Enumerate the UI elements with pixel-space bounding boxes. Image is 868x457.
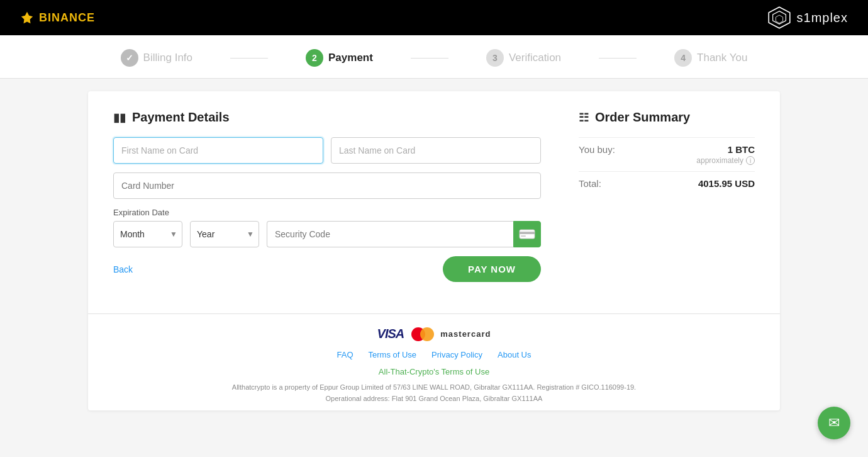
simplex-label: s1mplex [797, 11, 848, 25]
step-verification: 3 Verification [486, 49, 561, 67]
year-select-wrap: Year 202420252026 2027202820292030 ▼ [190, 221, 259, 247]
card-number-input[interactable] [113, 172, 541, 199]
expiration-row: Month 010203 040506 070809 101112 ▼ Year… [113, 221, 541, 247]
main-content: ▮▮ Payment Details Expiration Date Month… [88, 91, 780, 301]
step-label-payment: Payment [328, 52, 373, 64]
step-circle-thankyou: 4 [674, 49, 692, 67]
payment-logos: VISA mastercard [88, 327, 780, 341]
footer: VISA mastercard FAQ Terms of Use Privacy… [88, 313, 780, 410]
order-section-title: ☷ Order Summary [579, 110, 755, 125]
payment-title-text: Payment Details [132, 110, 230, 125]
payment-section-title: ▮▮ Payment Details [113, 110, 541, 125]
about-link[interactable]: About Us [498, 350, 531, 359]
security-group [267, 221, 541, 247]
steps-bar: ✓ Billing Info 2 Payment 3 Verification … [0, 35, 868, 79]
approx-note: approximately i [696, 156, 755, 165]
simplex-logo: s1mplex [767, 5, 848, 30]
approx-text: approximately [696, 156, 743, 165]
total-value: 4015.95 USD [698, 178, 755, 189]
simplex-icon [767, 5, 792, 30]
pay-now-button[interactable]: PAY NOW [443, 256, 541, 282]
step-billing: ✓ Billing Info [121, 49, 192, 67]
month-select-wrap: Month 010203 040506 070809 101112 ▼ [113, 221, 182, 247]
mastercard-text: mastercard [440, 329, 491, 339]
mastercard-logo: mastercard [411, 327, 491, 341]
action-row: Back PAY NOW [113, 256, 541, 282]
mc-orange-circle [420, 327, 434, 341]
step-divider-3 [599, 58, 637, 59]
step-circle-payment: 2 [306, 49, 323, 67]
security-card-button[interactable] [513, 221, 541, 247]
faq-link[interactable]: FAQ [337, 350, 353, 359]
svg-marker-3 [776, 15, 782, 23]
step-circle-verification: 3 [486, 49, 504, 67]
security-code-input[interactable] [267, 221, 513, 247]
year-select[interactable]: Year 202420252026 2027202820292030 [190, 221, 259, 247]
svg-marker-0 [21, 12, 33, 23]
step-label-billing: Billing Info [143, 52, 192, 64]
last-name-input[interactable] [331, 137, 541, 164]
order-icon: ☷ [579, 111, 589, 125]
mastercard-circles [411, 327, 434, 341]
svg-marker-2 [772, 11, 786, 25]
expiration-section: Expiration Date Month 010203 040506 0708… [113, 208, 541, 247]
buy-value: 1 BTC [696, 144, 755, 155]
name-row [113, 137, 541, 164]
privacy-link[interactable]: Privacy Policy [431, 350, 482, 359]
svg-rect-6 [521, 235, 526, 237]
chat-button[interactable]: ✉ [818, 407, 850, 439]
step-label-verification: Verification [509, 52, 561, 64]
visa-logo: VISA [377, 327, 404, 341]
crypto-terms-link[interactable]: All-That-Crypto's Terms of Use [379, 367, 489, 376]
order-total-row: Total: 4015.95 USD [579, 172, 755, 195]
chat-icon: ✉ [828, 415, 840, 431]
month-select[interactable]: Month 010203 040506 070809 101112 [113, 221, 182, 247]
svg-marker-1 [769, 7, 790, 28]
total-label: Total: [579, 178, 601, 189]
terms-link[interactable]: Terms of Use [369, 350, 417, 359]
order-title-text: Order Summary [595, 110, 690, 125]
step-thankyou: 4 Thank You [674, 49, 747, 67]
step-divider-2 [411, 58, 448, 59]
first-name-input[interactable] [113, 137, 323, 164]
step-label-thankyou: Thank You [697, 52, 747, 64]
step-circle-billing: ✓ [121, 49, 138, 67]
binance-label: BINANCE [39, 11, 95, 25]
footer-legal: Allthatcrypto is a property of Eppur Gro… [214, 382, 654, 404]
binance-icon [20, 11, 34, 25]
step-divider-1 [230, 58, 268, 59]
step-payment: 2 Payment [306, 49, 373, 67]
svg-rect-5 [520, 232, 535, 234]
buy-label: You buy: [579, 144, 615, 155]
expiration-label: Expiration Date [113, 208, 541, 217]
binance-logo: BINANCE [20, 11, 95, 25]
back-link[interactable]: Back [113, 264, 133, 274]
order-section: ☷ Order Summary You buy: 1 BTC approxima… [579, 110, 755, 282]
info-icon[interactable]: i [746, 156, 755, 165]
header: BINANCE s1mplex [0, 0, 868, 35]
payment-section: ▮▮ Payment Details Expiration Date Month… [113, 110, 541, 282]
payment-icon: ▮▮ [113, 111, 126, 125]
footer-links: FAQ Terms of Use Privacy Policy About Us [88, 350, 780, 359]
credit-card-icon [519, 229, 535, 239]
main-container: ▮▮ Payment Details Expiration Date Month… [88, 91, 780, 410]
order-buy-row: You buy: 1 BTC approximately i [579, 138, 755, 171]
